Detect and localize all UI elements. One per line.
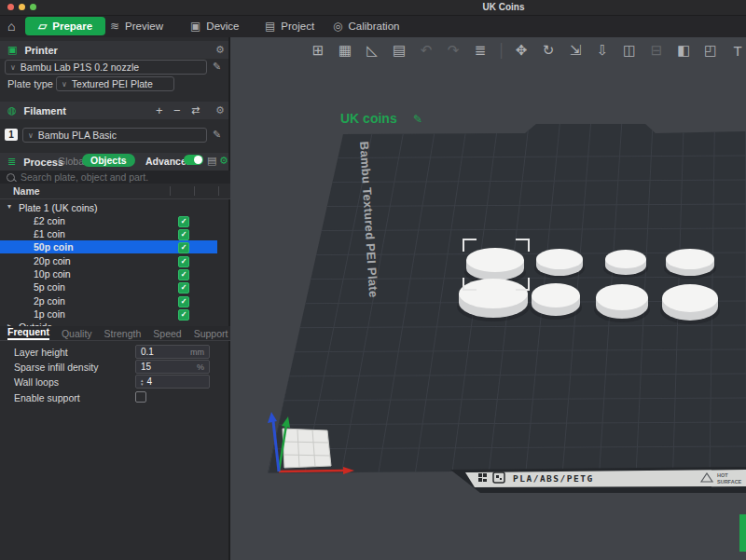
tab-device-label: Device [206,20,239,32]
home-icon[interactable]: ⌂ [7,19,15,34]
coin-object[interactable] [605,250,646,275]
calibration-icon: ◎ [333,20,342,33]
coin-object[interactable] [596,284,648,319]
plate-tree-row[interactable]: ▾ Plate 1 (UK coins) [0,201,217,214]
object-label: £1 coin [34,228,65,239]
object-row-20p[interactable]: 20p coin ✓ [0,254,217,267]
filament-icon: ◍ [7,104,17,116]
minimize-button[interactable] [19,4,25,10]
print-enable-checkbox[interactable]: ✓ [178,216,189,227]
prepare-icon: ▱ [38,20,47,33]
tab-calibration-label: Calibration [348,20,399,32]
tab-project[interactable]: ▤ Project [265,17,314,35]
printer-preset-value: Bambu Lab P1S 0.2 nozzle [21,61,139,73]
object-row-2pound[interactable]: £2 coin ✓ [0,214,217,227]
advanced-toggle[interactable] [184,155,203,165]
sparse-infill-input[interactable]: 15 % [135,360,210,374]
spin-down-icon[interactable]: ▾ [141,382,144,386]
edge-green-bar[interactable] [739,514,746,552]
plate-name-label: UK coins [340,111,397,126]
printer-settings-gear-icon[interactable]: ⚙ [215,44,225,56]
print-enable-checkbox[interactable]: ✓ [178,296,189,307]
coin-object[interactable] [536,249,583,276]
column-divider [218,186,219,196]
object-row-50p-selected[interactable]: 50p coin ✓ [0,240,217,253]
print-enable-checkbox[interactable]: ✓ [178,282,189,294]
enable-support-label: Enable support [14,392,80,403]
print-enable-checkbox[interactable]: ✓ [178,242,189,253]
scene-canvas: UK coins ✎ Bambu Textured PEI Plate [230,37,746,560]
tab-speed[interactable]: Speed [153,328,181,339]
plate-row-label: Plate 1 (UK coins) [19,202,98,213]
tab-preview[interactable]: ≋ Preview [110,17,163,35]
printer-edit-icon[interactable]: ✎ [213,61,221,73]
process-icon: ≣ [7,156,16,168]
plate-type-select[interactable]: ∨ Textured PEI Plate [56,76,174,91]
print-enable-checkbox[interactable]: ✓ [178,256,189,267]
add-filament-button[interactable]: + [156,103,163,117]
coin-object[interactable] [666,249,714,276]
coin-object[interactable] [532,283,580,316]
parameter-table-icon[interactable]: ▤ [207,155,216,167]
remove-filament-button[interactable]: − [173,103,181,117]
print-enable-checkbox[interactable]: ✓ [178,309,189,321]
layer-height-input[interactable]: 0.1 mm [135,345,210,359]
object-row-1p[interactable]: 1p coin ✓ [0,307,217,321]
tab-prepare-label: Prepare [52,20,92,32]
object-label: 50p coin [34,241,74,253]
enable-support-checkbox[interactable] [135,391,146,403]
spinner-stepper[interactable]: ▴ ▾ [141,378,144,386]
tab-quality[interactable]: Quality [62,328,92,339]
plate-material-label: PLA/ABS/PETG [513,473,594,484]
x-axis [279,471,343,471]
chevron-down-icon: ∨ [62,80,67,89]
wall-loops-input[interactable]: ▴ ▾ 4 [135,375,210,389]
hot-surface-line2: SURFACE [717,479,742,485]
name-column-header: Name [13,185,40,197]
search-placeholder: Search plate, object and part. [21,171,148,183]
window-title: UK Coins [448,2,560,12]
preview-icon: ≋ [110,20,119,33]
tab-strength[interactable]: Strength [104,328,142,339]
filament-preset-select[interactable]: ∨ Bambu PLA Basic [22,128,207,143]
tab-prepare[interactable]: ▱ Prepare [25,17,105,35]
object-label: 1p coin [34,308,65,320]
wall-loops-value: 4 [147,376,153,387]
print-enable-checkbox[interactable]: ✓ [178,269,189,280]
coin-object[interactable] [459,279,528,318]
zoom-button[interactable] [30,4,36,10]
layer-height-value: 0.1 [141,347,154,357]
plate-name-edit-icon[interactable]: ✎ [413,113,422,126]
coin-object-50p[interactable] [466,248,524,280]
object-label: 2p coin [34,295,65,307]
close-button[interactable] [7,4,14,10]
printer-preset-select[interactable]: ∨ Bambu Lab P1S 0.2 nozzle [5,60,207,75]
tab-device[interactable]: ▣ Device [190,17,240,35]
print-enable-checkbox[interactable]: ✓ [178,229,189,240]
chevron-down-icon[interactable]: ▾ [7,202,11,211]
object-row-5p[interactable]: 5p coin ✓ [0,280,217,294]
object-search-input[interactable]: Search plate, object and part. [0,171,230,184]
tab-support[interactable]: Support [194,328,228,339]
layer-height-unit: mm [190,348,204,357]
origin-mini-plate [283,429,331,468]
object-label: 5p coin [34,281,65,293]
ams-sync-icon[interactable]: ⇄ [191,104,200,116]
device-icon: ▣ [190,20,200,33]
process-settings-icon[interactable]: ⚙ [219,155,228,167]
tab-frequent[interactable]: Frequent [7,326,49,340]
coin-object[interactable] [662,284,718,321]
layer-height-label: Layer height [14,347,68,358]
printer-icon: ▣ [7,44,17,56]
object-row-2p[interactable]: 2p coin ✓ [0,294,217,307]
filament-section-title: Filament [24,105,66,116]
printer-section-header: ▣ Printer [0,41,228,59]
object-row-1pound[interactable]: £1 coin ✓ [0,227,217,240]
viewport-3d: ⊞ ▦ ◺ ▤ ↶ ↷ ≣ │ ✥ ↻ ⇲ ⇩ ◫ ⊟ ◧ ◰ T ◆ UK c… [230,37,746,560]
filament-settings-gear-icon[interactable]: ⚙ [215,104,225,116]
process-objects-toggle[interactable]: Objects [82,154,135,167]
object-label: £2 coin [34,215,65,226]
tab-calibration[interactable]: ◎ Calibration [333,17,399,35]
object-row-10p[interactable]: 10p coin ✓ [0,267,217,280]
filament-edit-icon[interactable]: ✎ [213,129,221,141]
